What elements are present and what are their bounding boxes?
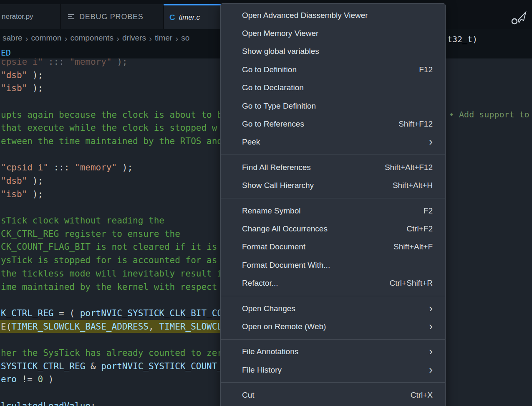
menu-item[interactable] [221, 195, 445, 202]
list-icon [67, 13, 75, 21]
menu-item[interactable]: Go to Type Definition [221, 97, 445, 115]
menu-item[interactable]: Show global variables [221, 43, 445, 61]
menu-item[interactable]: Open Changes › [221, 299, 445, 317]
breadcrumb-chevron-icon: › [64, 34, 67, 43]
menu-item-label: Open Advanced Diassembly Viewer [242, 11, 368, 20]
menu-item-label: Refactor... [242, 279, 278, 288]
menu-item-shortcut: Shift+Alt+H [393, 181, 433, 190]
right-pane-code-line[interactable]: t32_t) [447, 34, 477, 44]
menu-item[interactable]: Change All Occurrences Ctrl+F2 [221, 220, 445, 238]
submenu-chevron-icon: › [429, 303, 433, 314]
context-menu: Open Advanced Diassembly Viewer Open Mem… [220, 3, 446, 406]
breadcrumb-group: common › [31, 33, 71, 43]
submenu-chevron-icon: › [429, 364, 433, 375]
tab-label: timer.c [179, 13, 200, 22]
menu-item-label: Format Document [242, 242, 305, 251]
menu-item[interactable] [221, 379, 445, 386]
tab-generator-py[interactable]: nerator.py [0, 4, 61, 29]
menu-item[interactable]: File Annotations › [221, 343, 445, 361]
breadcrumb-item[interactable]: timer [155, 33, 172, 43]
menu-item-label: Go to Definition [242, 65, 297, 74]
menu-item[interactable]: Go to References Shift+F12 [221, 115, 445, 133]
menu-item-label: Open on Remote (Web) [242, 322, 326, 331]
breadcrumb-chevron-icon: › [149, 34, 152, 43]
menu-item-shortcut: Ctrl+Shift+R [390, 279, 433, 288]
menu-item-label: Go to References [242, 119, 304, 129]
menu-item[interactable]: File History › [221, 361, 445, 379]
menu-item-label: File Annotations [242, 347, 298, 356]
breadcrumb-chevron-icon: › [116, 34, 119, 43]
menu-item-label: Change All Occurrences [242, 224, 328, 233]
menu-item[interactable]: Format Document Shift+Alt+F [221, 238, 445, 256]
menu-item[interactable]: Open on Remote (Web) › [221, 317, 445, 335]
menu-item[interactable] [221, 336, 445, 343]
menu-item[interactable] [221, 151, 445, 158]
breadcrumb-item[interactable]: drivers [122, 33, 146, 43]
tab-label: DEBUG PROBES [79, 13, 144, 21]
breadcrumb-group: so [181, 33, 189, 43]
breadcrumb-chevron-icon: › [25, 34, 28, 43]
breadcrumb-item[interactable]: components [70, 33, 113, 43]
submenu-chevron-icon: › [429, 136, 433, 147]
menu-item-shortcut: F2 [424, 206, 433, 216]
menu-item-label: Peek [242, 137, 260, 147]
menu-item-label: Open Memory Viewer [242, 29, 318, 38]
menu-item-shortcut: Shift+Alt+F [393, 242, 433, 251]
menu-item-shortcut: F12 [419, 65, 433, 74]
menu-item-label: Format Document With... [242, 261, 330, 270]
breadcrumb-item[interactable]: common [31, 33, 62, 43]
menu-item-label: Find All References [242, 163, 311, 172]
menu-item-label: Show global variables [242, 47, 319, 56]
right-pane-comment-line[interactable]: • Add support to [449, 109, 529, 119]
breadcrumb-item[interactable]: sabre [3, 33, 23, 43]
menu-item[interactable]: Go to Declaration [221, 79, 445, 97]
menu-item[interactable]: Refactor... Ctrl+Shift+R [221, 274, 445, 292]
tab-debug-probes[interactable]: DEBUG PROBES [61, 4, 164, 29]
menu-item-label: Show Call Hierarchy [242, 181, 314, 190]
c-file-icon: C [169, 13, 175, 22]
menu-item-shortcut: Ctrl+F2 [406, 224, 433, 233]
submenu-chevron-icon: › [429, 321, 433, 332]
menu-item-label: File History [242, 365, 282, 375]
breadcrumb-chevron-icon: › [175, 34, 178, 43]
breadcrumb-group: drivers › [122, 33, 155, 43]
menu-item-shortcut: Shift+F12 [398, 119, 433, 129]
menu-item[interactable]: Open Memory Viewer [221, 24, 445, 42]
menu-item[interactable]: Show Call Hierarchy Shift+Alt+H [221, 177, 445, 195]
menu-item-label: Go to Type Definition [242, 102, 316, 111]
menu-item-label: Go to Declaration [242, 83, 304, 92]
menu-item[interactable]: Rename Symbol F2 [221, 202, 445, 220]
menu-item[interactable]: Open Advanced Diassembly Viewer [221, 6, 445, 24]
menu-item[interactable] [221, 292, 445, 299]
breadcrumb-group: sabre › [3, 33, 31, 43]
breadcrumb-group: components › [70, 33, 122, 43]
menu-item-label: Rename Symbol [242, 206, 300, 216]
sticky-symbol-label: ED [1, 48, 11, 58]
menu-item[interactable]: Format Document With... [221, 256, 445, 274]
menu-item-shortcut: Shift+Alt+F12 [385, 163, 433, 172]
menu-item[interactable]: Go to Definition F12 [221, 61, 445, 79]
menu-item[interactable]: Cut Ctrl+X [221, 386, 445, 404]
submenu-chevron-icon: › [429, 346, 433, 357]
breadcrumb-item[interactable]: so [181, 33, 189, 43]
mouse-cursor-icon [510, 8, 528, 28]
breadcrumb-group: timer › [155, 33, 181, 43]
tab-label: nerator.py [2, 13, 33, 21]
menu-item-label: Cut [242, 391, 255, 400]
menu-item[interactable]: Find All References Shift+Alt+F12 [221, 158, 445, 176]
menu-item-label: Open Changes [242, 304, 295, 313]
menu-item-shortcut: Ctrl+X [411, 391, 433, 400]
menu-item[interactable]: Peek › [221, 133, 445, 151]
